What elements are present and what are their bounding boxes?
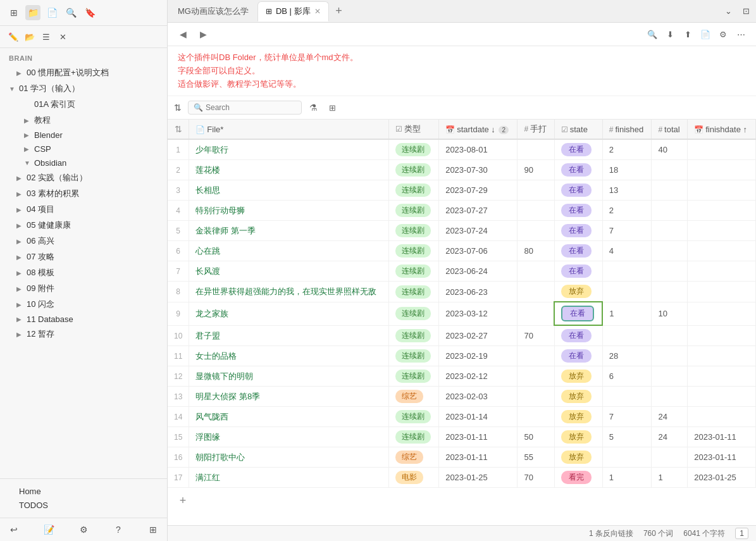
config-icon[interactable]: ⊞ xyxy=(325,100,340,115)
table-row: 13 明星大侦探 第8季 综艺 2023-02-03 放弃 xyxy=(168,387,756,407)
tab-expand-icon[interactable]: ⊡ xyxy=(738,4,753,19)
bookmark-icon[interactable]: 🔖 xyxy=(82,5,97,20)
close-icon[interactable]: ✕ xyxy=(56,30,70,44)
file-link[interactable]: 在异世界获得超强能力的我，在现实世界照样无敌 xyxy=(195,287,376,296)
sidebar-item-09[interactable]: ▶ 09 附件 xyxy=(3,281,164,296)
gear-icon[interactable]: ⚙ xyxy=(76,522,91,537)
settings-icon[interactable]: ⊞ xyxy=(146,522,161,537)
sidebar-item-03[interactable]: ▶ 03 素材的积累 xyxy=(3,186,164,201)
grid-icon[interactable]: ⊞ xyxy=(6,5,22,20)
sidebar-item-07[interactable]: ▶ 07 攻略 xyxy=(3,249,164,264)
new-file-icon[interactable]: 📄 xyxy=(698,27,713,42)
cell-startdate: 2023-02-12 xyxy=(439,366,517,387)
sidebar-item-05[interactable]: ▶ 05 健健康康 xyxy=(3,218,164,233)
file-link[interactable]: 莲花楼 xyxy=(195,165,220,175)
edit-icon[interactable]: ✏️ xyxy=(6,30,20,44)
search-icon[interactable]: 🔍 xyxy=(63,5,78,20)
sidebar-item-home[interactable]: Home xyxy=(3,485,164,498)
back-button[interactable]: ◀ xyxy=(175,27,190,42)
folder-icon[interactable]: 📁 xyxy=(25,5,40,20)
tab-mg[interactable]: MG动画应该怎么学 xyxy=(170,1,256,22)
upload-icon[interactable]: ⬆ xyxy=(680,27,695,42)
type-badge: 连续剧 xyxy=(395,370,431,383)
file-link[interactable]: 长相思 xyxy=(195,185,220,195)
state-badge: 放弃 xyxy=(561,390,592,403)
cell-file: 金装律师 第一季 xyxy=(189,221,389,241)
filter-icon[interactable]: ⚗ xyxy=(306,100,321,115)
sidebar-item-04[interactable]: ▶ 04 项目 xyxy=(3,202,164,217)
col-state[interactable]: ☑state xyxy=(554,120,602,139)
file-link[interactable]: 浮图缘 xyxy=(195,432,220,442)
tab-add-button[interactable]: + xyxy=(330,3,348,20)
file-link[interactable]: 女士的品格 xyxy=(195,351,237,361)
arrow-icon: ▶ xyxy=(24,146,32,152)
forward-button[interactable]: ▶ xyxy=(195,27,211,42)
sidebar-item-01a[interactable]: 01A 索引页 xyxy=(3,97,164,112)
file-link[interactable]: 君子盟 xyxy=(195,331,220,340)
file-link[interactable]: 金装律师 第一季 xyxy=(195,226,256,235)
tab-close-button[interactable]: ✕ xyxy=(314,7,321,16)
cell-type: 连续剧 xyxy=(389,201,439,221)
sidebar-item-01[interactable]: ▼ 01 学习（输入） xyxy=(3,81,164,96)
cell-file: 朝阳打歌中心 xyxy=(189,447,389,468)
cell-num: 7 xyxy=(168,261,189,282)
cell-finished: 1 xyxy=(602,302,652,325)
settings-toolbar-icon[interactable]: ⚙ xyxy=(716,27,731,42)
sidebar-item-02[interactable]: ▶ 02 实践（输出） xyxy=(3,170,164,185)
file-new-icon[interactable]: 📝 xyxy=(41,522,56,537)
sidebar-item-08[interactable]: ▶ 08 模板 xyxy=(3,265,164,280)
more-icon[interactable]: ⋯ xyxy=(733,27,748,42)
sidebar: ⊞ 📁 📄 🔍 🔖 ✏️ 📂 ☰ ✕ BRAIN ▶ 00 惯用配置+说明文档 … xyxy=(0,0,168,541)
cell-total xyxy=(652,387,688,407)
search-toolbar-icon[interactable]: 🔍 xyxy=(645,27,660,42)
db-sort-icon[interactable]: ⇅ xyxy=(174,103,182,113)
sidebar-item-obsidian[interactable]: ▼ Obsidian xyxy=(3,156,164,170)
file-link[interactable]: 朝阳打歌中心 xyxy=(195,452,245,462)
table-icon: ⊞ xyxy=(266,7,272,16)
sidebar-item-00[interactable]: ▶ 00 惯用配置+说明文档 xyxy=(3,65,164,80)
col-finishdate[interactable]: 📅finishdate ↑ xyxy=(688,120,756,139)
file-link[interactable]: 特别行动母狮 xyxy=(195,206,245,215)
sidebar-item-todos[interactable]: TODOS xyxy=(3,499,164,512)
sidebar-item-blender[interactable]: ▶ Blender xyxy=(3,128,164,142)
add-row-button[interactable]: + xyxy=(174,492,192,509)
folder-open-icon[interactable]: 📂 xyxy=(23,30,37,44)
file-link[interactable]: 少年歌行 xyxy=(195,145,228,154)
col-file[interactable]: 📄File* xyxy=(189,120,389,139)
file-link[interactable]: 明星大侦探 第8季 xyxy=(195,392,260,401)
sidebar-item-10[interactable]: ▶ 10 闪念 xyxy=(3,297,164,312)
file-link[interactable]: 显微镜下的明朝 xyxy=(195,371,253,381)
tab-db[interactable]: ⊞ DB | 影库 ✕ xyxy=(257,1,329,22)
col-finished[interactable]: #finished xyxy=(602,120,652,139)
help-icon[interactable]: ? xyxy=(111,522,126,537)
sidebar-item-11[interactable]: ▶ 11 Database xyxy=(3,313,164,326)
cell-shouda: 50 xyxy=(517,427,554,447)
cell-num: 15 xyxy=(168,427,189,447)
file-link[interactable]: 长风渡 xyxy=(195,266,220,276)
file-link[interactable]: 满江红 xyxy=(195,473,220,482)
search-input[interactable] xyxy=(206,103,282,112)
sidebar-item-12[interactable]: ▶ 12 暂存 xyxy=(3,326,164,342)
file-link[interactable]: 龙之家族 xyxy=(195,309,228,318)
cell-finishdate xyxy=(688,261,756,282)
file-link[interactable]: 心在跳 xyxy=(195,246,220,256)
cell-total xyxy=(652,180,688,201)
download-icon[interactable]: ⬇ xyxy=(662,27,678,42)
sidebar-item-label: 08 模板 xyxy=(27,267,158,278)
arrow-icon: ▶ xyxy=(16,206,24,213)
file-icon[interactable]: 📄 xyxy=(44,5,59,20)
col-type[interactable]: ☑类型 xyxy=(389,120,439,139)
undo-icon[interactable]: ↩ xyxy=(6,522,22,537)
sidebar-item-jiaocheng[interactable]: ▶ 教程 xyxy=(3,113,164,128)
cell-type: 连续剧 xyxy=(389,346,439,366)
list-icon[interactable]: ☰ xyxy=(39,30,53,44)
col-total[interactable]: #total xyxy=(652,120,688,139)
col-shouda[interactable]: #手打 xyxy=(517,120,554,139)
cell-finishdate xyxy=(688,221,756,241)
file-link[interactable]: 风气陇西 xyxy=(195,412,228,421)
tab-collapse-icon[interactable]: ⌄ xyxy=(721,4,736,19)
col-startdate[interactable]: 📅startdate ↓ 2 xyxy=(439,120,517,139)
sidebar-item-csp[interactable]: ▶ CSP xyxy=(3,142,164,156)
cell-num: 12 xyxy=(168,366,189,387)
sidebar-item-06[interactable]: ▶ 06 高兴 xyxy=(3,233,164,249)
